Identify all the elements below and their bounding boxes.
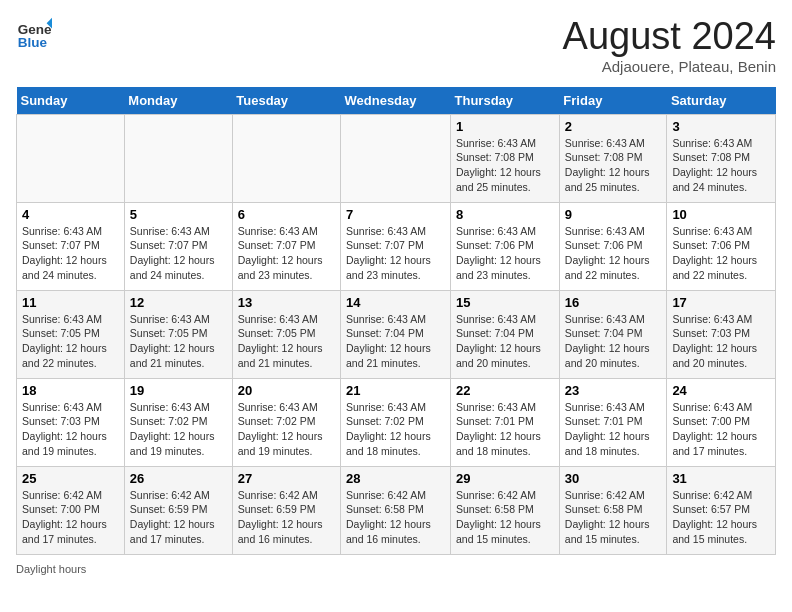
day-number: 27 <box>238 471 335 486</box>
day-info: Sunrise: 6:42 AM Sunset: 7:00 PM Dayligh… <box>22 488 119 547</box>
day-info: Sunrise: 6:43 AM Sunset: 7:07 PM Dayligh… <box>22 224 119 283</box>
day-number: 16 <box>565 295 662 310</box>
calendar-cell <box>124 114 232 202</box>
calendar-cell: 18Sunrise: 6:43 AM Sunset: 7:03 PM Dayli… <box>17 378 125 466</box>
calendar-table: SundayMondayTuesdayWednesdayThursdayFrid… <box>16 87 776 555</box>
calendar-cell: 31Sunrise: 6:42 AM Sunset: 6:57 PM Dayli… <box>667 466 776 554</box>
calendar-week-row: 25Sunrise: 6:42 AM Sunset: 7:00 PM Dayli… <box>17 466 776 554</box>
logo-icon: General Blue <box>16 16 52 52</box>
calendar-cell: 5Sunrise: 6:43 AM Sunset: 7:07 PM Daylig… <box>124 202 232 290</box>
calendar-cell: 22Sunrise: 6:43 AM Sunset: 7:01 PM Dayli… <box>451 378 560 466</box>
calendar-week-row: 18Sunrise: 6:43 AM Sunset: 7:03 PM Dayli… <box>17 378 776 466</box>
calendar-cell <box>341 114 451 202</box>
day-info: Sunrise: 6:42 AM Sunset: 6:58 PM Dayligh… <box>565 488 662 547</box>
svg-text:Blue: Blue <box>18 35 48 50</box>
day-number: 9 <box>565 207 662 222</box>
day-info: Sunrise: 6:43 AM Sunset: 7:08 PM Dayligh… <box>456 136 554 195</box>
day-info: Sunrise: 6:43 AM Sunset: 7:02 PM Dayligh… <box>130 400 227 459</box>
calendar-cell: 1Sunrise: 6:43 AM Sunset: 7:08 PM Daylig… <box>451 114 560 202</box>
day-of-week-header: Monday <box>124 87 232 115</box>
calendar-cell: 3Sunrise: 6:43 AM Sunset: 7:08 PM Daylig… <box>667 114 776 202</box>
calendar-cell: 19Sunrise: 6:43 AM Sunset: 7:02 PM Dayli… <box>124 378 232 466</box>
day-number: 7 <box>346 207 445 222</box>
calendar-cell: 24Sunrise: 6:43 AM Sunset: 7:00 PM Dayli… <box>667 378 776 466</box>
calendar-cell: 13Sunrise: 6:43 AM Sunset: 7:05 PM Dayli… <box>232 290 340 378</box>
day-number: 30 <box>565 471 662 486</box>
day-of-week-header: Tuesday <box>232 87 340 115</box>
main-title: August 2024 <box>563 16 776 58</box>
day-number: 4 <box>22 207 119 222</box>
day-info: Sunrise: 6:43 AM Sunset: 7:05 PM Dayligh… <box>22 312 119 371</box>
day-number: 21 <box>346 383 445 398</box>
calendar-cell: 10Sunrise: 6:43 AM Sunset: 7:06 PM Dayli… <box>667 202 776 290</box>
day-number: 14 <box>346 295 445 310</box>
calendar-week-row: 1Sunrise: 6:43 AM Sunset: 7:08 PM Daylig… <box>17 114 776 202</box>
day-info: Sunrise: 6:43 AM Sunset: 7:05 PM Dayligh… <box>130 312 227 371</box>
day-number: 13 <box>238 295 335 310</box>
day-info: Sunrise: 6:42 AM Sunset: 6:59 PM Dayligh… <box>130 488 227 547</box>
logo: General Blue <box>16 16 52 52</box>
daylight-label: Daylight hours <box>16 563 86 575</box>
day-number: 5 <box>130 207 227 222</box>
day-info: Sunrise: 6:43 AM Sunset: 7:08 PM Dayligh… <box>672 136 770 195</box>
day-info: Sunrise: 6:43 AM Sunset: 7:01 PM Dayligh… <box>565 400 662 459</box>
calendar-cell: 8Sunrise: 6:43 AM Sunset: 7:06 PM Daylig… <box>451 202 560 290</box>
day-info: Sunrise: 6:43 AM Sunset: 7:08 PM Dayligh… <box>565 136 662 195</box>
day-number: 12 <box>130 295 227 310</box>
day-number: 10 <box>672 207 770 222</box>
calendar-cell: 26Sunrise: 6:42 AM Sunset: 6:59 PM Dayli… <box>124 466 232 554</box>
day-number: 11 <box>22 295 119 310</box>
day-info: Sunrise: 6:43 AM Sunset: 7:04 PM Dayligh… <box>346 312 445 371</box>
day-info: Sunrise: 6:43 AM Sunset: 7:02 PM Dayligh… <box>238 400 335 459</box>
calendar-cell: 23Sunrise: 6:43 AM Sunset: 7:01 PM Dayli… <box>559 378 667 466</box>
calendar-header-row: SundayMondayTuesdayWednesdayThursdayFrid… <box>17 87 776 115</box>
calendar-week-row: 11Sunrise: 6:43 AM Sunset: 7:05 PM Dayli… <box>17 290 776 378</box>
day-number: 1 <box>456 119 554 134</box>
calendar-cell: 17Sunrise: 6:43 AM Sunset: 7:03 PM Dayli… <box>667 290 776 378</box>
day-number: 8 <box>456 207 554 222</box>
day-of-week-header: Wednesday <box>341 87 451 115</box>
day-info: Sunrise: 6:43 AM Sunset: 7:06 PM Dayligh… <box>672 224 770 283</box>
day-info: Sunrise: 6:43 AM Sunset: 7:00 PM Dayligh… <box>672 400 770 459</box>
day-number: 20 <box>238 383 335 398</box>
calendar-cell <box>232 114 340 202</box>
calendar-cell: 16Sunrise: 6:43 AM Sunset: 7:04 PM Dayli… <box>559 290 667 378</box>
calendar-cell: 4Sunrise: 6:43 AM Sunset: 7:07 PM Daylig… <box>17 202 125 290</box>
calendar-cell: 9Sunrise: 6:43 AM Sunset: 7:06 PM Daylig… <box>559 202 667 290</box>
calendar-cell: 20Sunrise: 6:43 AM Sunset: 7:02 PM Dayli… <box>232 378 340 466</box>
day-number: 3 <box>672 119 770 134</box>
day-info: Sunrise: 6:43 AM Sunset: 7:02 PM Dayligh… <box>346 400 445 459</box>
calendar-cell: 30Sunrise: 6:42 AM Sunset: 6:58 PM Dayli… <box>559 466 667 554</box>
day-number: 18 <box>22 383 119 398</box>
day-number: 17 <box>672 295 770 310</box>
calendar-cell: 14Sunrise: 6:43 AM Sunset: 7:04 PM Dayli… <box>341 290 451 378</box>
day-of-week-header: Thursday <box>451 87 560 115</box>
calendar-cell: 15Sunrise: 6:43 AM Sunset: 7:04 PM Dayli… <box>451 290 560 378</box>
day-number: 23 <box>565 383 662 398</box>
day-number: 24 <box>672 383 770 398</box>
day-number: 22 <box>456 383 554 398</box>
day-info: Sunrise: 6:43 AM Sunset: 7:07 PM Dayligh… <box>130 224 227 283</box>
calendar-cell: 2Sunrise: 6:43 AM Sunset: 7:08 PM Daylig… <box>559 114 667 202</box>
day-info: Sunrise: 6:43 AM Sunset: 7:04 PM Dayligh… <box>456 312 554 371</box>
calendar-cell: 11Sunrise: 6:43 AM Sunset: 7:05 PM Dayli… <box>17 290 125 378</box>
calendar-cell <box>17 114 125 202</box>
page-header: General Blue August 2024 Adjaouere, Plat… <box>16 16 776 75</box>
day-info: Sunrise: 6:43 AM Sunset: 7:03 PM Dayligh… <box>672 312 770 371</box>
day-info: Sunrise: 6:42 AM Sunset: 6:57 PM Dayligh… <box>672 488 770 547</box>
calendar-cell: 6Sunrise: 6:43 AM Sunset: 7:07 PM Daylig… <box>232 202 340 290</box>
calendar-week-row: 4Sunrise: 6:43 AM Sunset: 7:07 PM Daylig… <box>17 202 776 290</box>
day-info: Sunrise: 6:43 AM Sunset: 7:06 PM Dayligh… <box>456 224 554 283</box>
day-info: Sunrise: 6:43 AM Sunset: 7:07 PM Dayligh… <box>346 224 445 283</box>
day-number: 15 <box>456 295 554 310</box>
calendar-cell: 12Sunrise: 6:43 AM Sunset: 7:05 PM Dayli… <box>124 290 232 378</box>
calendar-cell: 25Sunrise: 6:42 AM Sunset: 7:00 PM Dayli… <box>17 466 125 554</box>
day-info: Sunrise: 6:42 AM Sunset: 6:58 PM Dayligh… <box>346 488 445 547</box>
day-info: Sunrise: 6:43 AM Sunset: 7:03 PM Dayligh… <box>22 400 119 459</box>
calendar-cell: 7Sunrise: 6:43 AM Sunset: 7:07 PM Daylig… <box>341 202 451 290</box>
day-number: 26 <box>130 471 227 486</box>
day-info: Sunrise: 6:43 AM Sunset: 7:07 PM Dayligh… <box>238 224 335 283</box>
day-info: Sunrise: 6:43 AM Sunset: 7:06 PM Dayligh… <box>565 224 662 283</box>
day-of-week-header: Friday <box>559 87 667 115</box>
day-info: Sunrise: 6:42 AM Sunset: 6:59 PM Dayligh… <box>238 488 335 547</box>
